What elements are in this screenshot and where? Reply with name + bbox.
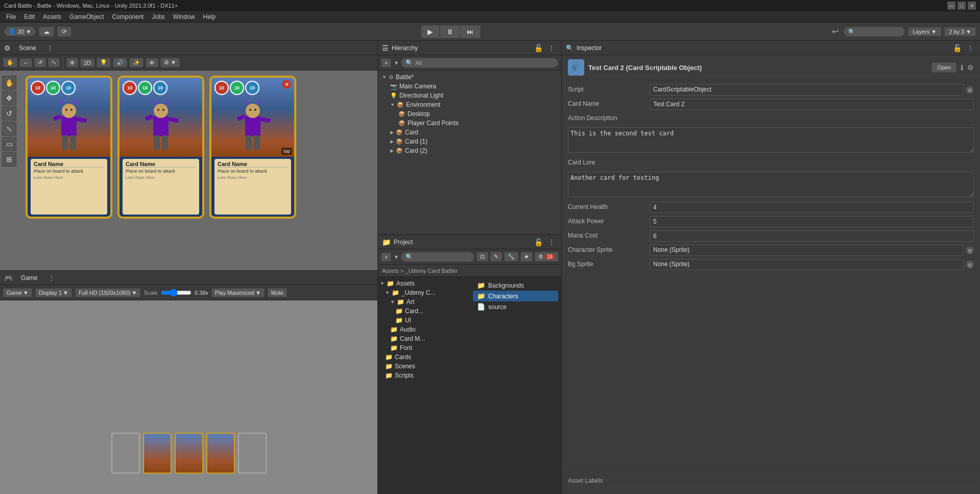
tree-item-player-card-points[interactable]: 📦 Player Card Points — [378, 119, 561, 128]
resolution-dropdown[interactable]: Full HD (1920x1080) ▼ — [75, 288, 140, 297]
rect-scene-btn[interactable]: ▭ — [2, 137, 16, 151]
hierarchy-add-button[interactable]: + — [381, 58, 391, 67]
fx-btn[interactable]: ✨ — [129, 58, 144, 67]
undo-button[interactable]: ↩ — [830, 26, 841, 37]
project-icon-btn-3[interactable]: 🔧 — [504, 252, 518, 262]
mute-button[interactable]: Mute — [268, 288, 287, 297]
close-button[interactable]: ✕ — [968, 2, 976, 10]
scene-card-1[interactable]: 10 10 10 — [26, 76, 112, 219]
project-badge-btn[interactable]: ⚙ 16 — [535, 252, 558, 262]
char-sprite-target-btn[interactable]: ⊙ — [966, 246, 974, 254]
collab-button[interactable]: ⟳ — [57, 27, 71, 37]
pivot-btn[interactable]: ⊕ — [66, 58, 78, 67]
tree-item-main-camera[interactable]: 📷 Main Camera — [378, 82, 561, 91]
hierarchy-lock-button[interactable]: 🔓 — [534, 44, 543, 52]
gizmos-btn[interactable]: ⚙ ▼ — [160, 58, 180, 67]
tree-udemy[interactable]: ▼ 📁 _Udemy C... — [378, 288, 469, 297]
file-characters[interactable]: 📁 Characters — [473, 291, 558, 301]
play-button[interactable]: ▶ — [421, 25, 440, 38]
attack-power-input[interactable] — [650, 216, 974, 227]
current-health-input[interactable] — [650, 202, 974, 213]
scene-more-button[interactable]: ⋮ — [44, 43, 56, 53]
2d-btn[interactable]: 2D — [80, 58, 94, 67]
project-more-button[interactable]: ⋮ — [546, 237, 557, 247]
account-button[interactable]: 👤 JD ▼ — [4, 27, 36, 36]
tree-ui[interactable]: 📁 UI — [378, 316, 469, 325]
audio-btn[interactable]: 🔊 — [113, 58, 127, 67]
tree-card-m[interactable]: 📁 Card M... — [378, 334, 469, 343]
tree-item-environment[interactable]: ▼ 📦 Environment — [378, 100, 561, 109]
minimize-button[interactable]: — — [947, 2, 955, 10]
tree-art[interactable]: ▼ 📁 Art — [378, 297, 469, 307]
tree-scripts[interactable]: 📁 Scripts — [378, 371, 469, 380]
card-lore-textarea[interactable]: Another card for testing — [568, 172, 974, 197]
step-button[interactable]: ⏭ — [460, 25, 481, 38]
game-label-dropdown[interactable]: Game ▼ — [3, 288, 32, 297]
mini-card-2[interactable] — [175, 433, 203, 474]
tree-item-card-1[interactable]: ▶ 📦 Card (1) — [378, 137, 561, 146]
layout-dropdown[interactable]: 2 by 3 ▼ — [944, 27, 976, 36]
tree-cards[interactable]: 📁 Cards — [378, 352, 469, 362]
tree-card-art[interactable]: 📁 Card... — [378, 307, 469, 316]
view-btn[interactable]: 👁 — [146, 58, 158, 67]
card3-close-btn[interactable]: ✕ — [282, 80, 291, 89]
menu-gameobject[interactable]: GameObject — [65, 11, 108, 22]
card-name-input[interactable] — [650, 99, 974, 110]
project-icon-btn-2[interactable]: ✎ — [490, 252, 502, 262]
global-search-input[interactable] — [844, 27, 905, 37]
scene-card-2[interactable]: 10 10 10 — [117, 76, 204, 219]
tree-item-desktop[interactable]: 📦 Desktop — [378, 109, 561, 119]
inspector-obj-info-btn[interactable]: ℹ — [961, 63, 963, 72]
menu-jobs[interactable]: Jobs — [148, 11, 169, 22]
inspector-lock-button[interactable]: 🔓 — [953, 44, 962, 52]
tree-item-card[interactable]: ▶ 📦 Card — [378, 128, 561, 137]
project-lock-button[interactable]: 🔓 — [534, 238, 543, 246]
cloud-button[interactable]: ☁ — [39, 27, 54, 37]
layers-dropdown[interactable]: Layers ▼ — [908, 27, 941, 36]
project-icon-btn-1[interactable]: ⊡ — [476, 252, 488, 262]
game-more-button[interactable]: ⋮ — [46, 273, 57, 283]
file-backgrounds[interactable]: 📁 Backgrounds — [473, 280, 558, 291]
move-tool-btn[interactable]: ↔ — [19, 58, 32, 67]
tree-font[interactable]: 📁 Font — [378, 343, 469, 352]
menu-help[interactable]: Help — [199, 11, 220, 22]
maximize-button[interactable]: □ — [958, 2, 966, 10]
script-target-btn[interactable]: ⊙ — [966, 86, 974, 94]
mini-card-1[interactable] — [143, 433, 172, 474]
hierarchy-more-button[interactable]: ⋮ — [546, 43, 557, 53]
tree-item-root[interactable]: ▼ ⚙ Battle* — [378, 73, 561, 82]
hand-scene-btn[interactable]: ✋ — [2, 76, 16, 90]
move-scene-btn[interactable]: ✥ — [2, 91, 16, 105]
scale-slider[interactable] — [161, 289, 192, 297]
tree-audio[interactable]: 📁 Audio — [378, 325, 469, 334]
menu-component[interactable]: Component — [108, 11, 148, 22]
menu-edit[interactable]: Edit — [20, 11, 39, 22]
menu-assets[interactable]: Assets — [39, 11, 65, 22]
play-maximized-dropdown[interactable]: Play Maximized ▼ — [211, 288, 265, 297]
scale-tool-btn[interactable]: ⤡ — [48, 58, 60, 67]
file-source[interactable]: 📄 source — [473, 301, 558, 312]
tab-game[interactable]: Game — [16, 272, 43, 284]
tree-assets[interactable]: ▼ 📁 Assets — [378, 279, 469, 288]
tree-item-card-2[interactable]: ▶ 📦 Card (2) — [378, 146, 561, 155]
pause-button[interactable]: ⏸ — [440, 25, 460, 38]
inspector-obj-settings-btn[interactable]: ⚙ — [967, 63, 974, 72]
project-icon-btn-4[interactable]: ★ — [520, 252, 533, 262]
inspector-more-button[interactable]: ⋮ — [965, 43, 976, 53]
tree-item-directional-light[interactable]: 💡 Directional Light — [378, 91, 561, 100]
scale-scene-btn[interactable]: ⤡ — [2, 122, 16, 136]
bg-sprite-target-btn[interactable]: ⊙ — [966, 261, 974, 269]
scene-card-3[interactable]: ✕ 10 10 10 top — [209, 76, 296, 219]
lighting-btn[interactable]: 💡 — [97, 58, 111, 67]
rotate-scene-btn[interactable]: ↺ — [2, 106, 16, 121]
mana-cost-input[interactable] — [650, 230, 974, 242]
mini-card-3[interactable] — [206, 433, 235, 474]
project-add-button[interactable]: + — [381, 252, 391, 262]
rotate-tool-btn[interactable]: ↺ — [34, 58, 46, 67]
open-button[interactable]: Open — [931, 62, 957, 73]
menu-file[interactable]: File — [2, 11, 20, 22]
display-dropdown[interactable]: Display 1 ▼ — [35, 288, 72, 297]
action-desc-textarea[interactable]: This is the second test card — [568, 127, 974, 153]
transform-scene-btn[interactable]: ⊞ — [2, 152, 16, 167]
menu-window[interactable]: Window — [169, 11, 199, 22]
